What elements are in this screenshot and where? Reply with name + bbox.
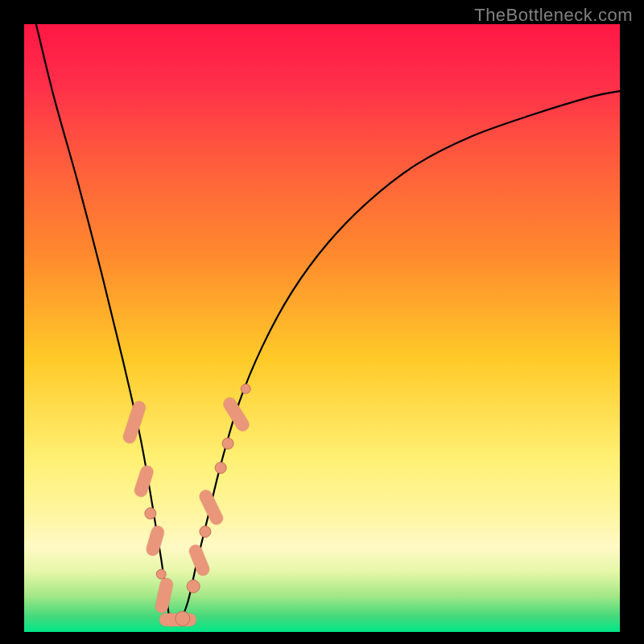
data-capsule [162, 584, 167, 606]
data-point [145, 508, 156, 519]
data-point [156, 569, 166, 579]
data-capsule [196, 551, 203, 569]
data-point [222, 438, 233, 449]
bottleneck-chart [0, 0, 644, 644]
data-point [241, 384, 250, 394]
data-point [200, 526, 211, 537]
data-capsule [141, 472, 147, 490]
watermark-text: TheBottleneck.com [474, 5, 633, 26]
data-point [187, 580, 200, 592]
data-capsule [130, 407, 139, 436]
data-point [215, 462, 226, 473]
data-point [175, 611, 190, 625]
data-capsule [153, 532, 158, 549]
chart-stage: TheBottleneck.com [0, 0, 644, 644]
